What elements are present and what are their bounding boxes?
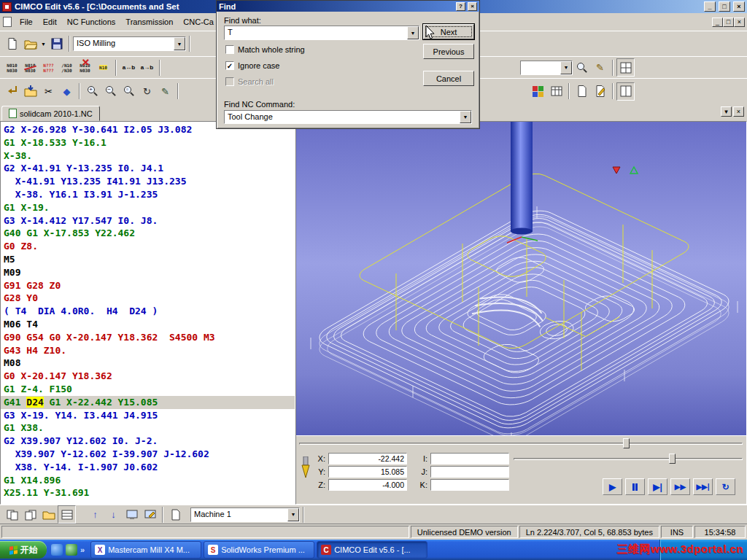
open-recent-dropdown[interactable]: ▼ [39, 35, 47, 53]
code-line[interactable]: X38. Y-14. I-1.907 J0.602 [1, 461, 295, 474]
code-line[interactable]: G90 G54 G0 X-20.147 Y18.362 S4500 M3 [1, 331, 295, 344]
window-layout-button[interactable] [616, 58, 635, 77]
quick-launch-icon[interactable] [51, 544, 63, 556]
insert-spaces-button[interactable]: a↔b [120, 58, 138, 77]
code-line[interactable]: X-41.91 Y13.235 I41.91 J13.235 [1, 175, 295, 188]
machine-select[interactable]: Machine 1 ▼ [190, 508, 300, 522]
chevron-expand-icon[interactable]: » [80, 545, 85, 554]
i-coordinate-field[interactable] [430, 453, 509, 464]
block-number-button[interactable]: N010N030 [3, 58, 21, 77]
block-number-button[interactable]: N010N030 [76, 58, 94, 77]
mark-text-button[interactable]: ✎ [591, 58, 609, 77]
step-button[interactable]: ▶| [648, 478, 667, 495]
code-line[interactable]: G0 X-20.147 Y18.362 [1, 370, 295, 383]
progress-slider[interactable] [299, 438, 743, 448]
statistics-button[interactable] [547, 82, 565, 101]
pane-close-button[interactable]: × [733, 106, 744, 117]
code-line[interactable]: G2 X-41.91 Y-13.235 I0. J4.1 [1, 162, 295, 175]
code-line[interactable]: M08 [1, 357, 295, 370]
new-file-button[interactable] [3, 35, 21, 53]
checkbox-check-icon[interactable]: ✓ [225, 61, 234, 70]
cut-button[interactable]: ✂ [39, 82, 58, 101]
block-number-button[interactable]: N10 [94, 58, 112, 77]
code-line[interactable]: G1 X14.896 [1, 474, 295, 487]
quick-find-combobox[interactable]: ▼ [520, 61, 573, 75]
block-number-button[interactable]: N010N030 [21, 58, 39, 77]
view-file-button[interactable] [573, 82, 591, 101]
code-line[interactable]: G1 X38. [1, 421, 295, 435]
code-line[interactable]: G3 X-19. Y14. I3.441 J4.915 [1, 409, 295, 422]
prev-window-button[interactable] [3, 505, 21, 524]
code-line[interactable]: X-38. [1, 149, 295, 163]
start-button[interactable]: 开始 [0, 541, 47, 559]
k-coordinate-field[interactable] [430, 479, 509, 491]
code-line[interactable]: X-38. Y16.1 I3.91 J-1.235 [1, 188, 295, 201]
code-line[interactable]: X39.907 Y-12.602 I-39.907 J-12.602 [1, 448, 295, 461]
tab-solidcam[interactable]: solidcam 2010-1.NC [1, 106, 100, 121]
menu-transmission[interactable]: Transmission [120, 15, 178, 29]
code-area[interactable]: G2 X-26.928 Y-30.641 I2.05 J3.082G1 X-18… [0, 121, 295, 505]
code-line[interactable]: G41 D24 G1 X-22.442 Y15.085 [1, 396, 295, 409]
nc-command-combobox[interactable]: Tool Change ▼ [224, 110, 472, 124]
dnc-setup-button[interactable] [141, 505, 159, 524]
taskbar-task-cimco[interactable]: CCIMCO Edit v5.6 - [... [317, 541, 427, 559]
code-line[interactable]: G43 H4 Z10. [1, 344, 295, 357]
chevron-down-icon[interactable]: ▼ [560, 61, 572, 74]
code-line[interactable]: M09 [1, 266, 295, 279]
open-dnc-button[interactable] [39, 505, 58, 524]
minimize-button[interactable]: _ [704, 1, 716, 12]
z-coordinate-field[interactable]: -4.000 [328, 479, 407, 491]
machine-log-button[interactable] [166, 505, 185, 524]
edit-file-button[interactable] [591, 82, 609, 101]
dnc-monitor-button[interactable] [123, 505, 141, 524]
goto-line-button[interactable] [3, 82, 21, 101]
chevron-down-icon[interactable]: ▼ [407, 26, 419, 39]
code-line[interactable]: G1 Z-4. F150 [1, 383, 295, 396]
play-button[interactable]: ▶ [603, 478, 622, 495]
checkbox-box[interactable] [225, 45, 234, 54]
match-whole-string-checkbox[interactable]: Match whole string [225, 45, 305, 54]
open-file-button[interactable] [21, 35, 39, 53]
send-button[interactable]: ↑ [86, 505, 104, 524]
cancel-button[interactable]: Cancel [423, 71, 474, 86]
code-line[interactable]: G2 X39.907 Y12.602 I0. J-2. [1, 435, 295, 448]
code-line[interactable]: M5 [1, 253, 295, 266]
code-line[interactable]: G0 Z8. [1, 240, 295, 253]
dialog-close-button[interactable]: × [468, 2, 477, 11]
y-coordinate-field[interactable]: 15.085 [328, 466, 407, 478]
document-icon[interactable] [3, 17, 12, 27]
x-coordinate-field[interactable]: -22.442 [328, 453, 407, 464]
quick-launch-icon[interactable] [66, 544, 77, 556]
menu-cnc-calc[interactable]: CNC-Ca [178, 15, 219, 29]
backplot-canvas[interactable] [296, 122, 747, 437]
fast-forward-button[interactable]: ▶▶ [670, 478, 690, 495]
progress-slider-thumb[interactable] [623, 438, 630, 448]
code-line[interactable]: ( T4 DIA 4.0R0. H4 D24 ) [1, 305, 295, 318]
zoom-out-button[interactable]: − [101, 82, 120, 101]
mdi-minimize-button[interactable]: _ [712, 18, 723, 27]
backplot-button[interactable] [529, 82, 547, 101]
menu-file[interactable]: File [15, 15, 38, 29]
zoom-window-button[interactable]: ▫ [120, 82, 138, 101]
maximize-button[interactable]: □ [719, 1, 730, 12]
save-button[interactable] [47, 35, 66, 53]
help-button[interactable]: ? [456, 2, 465, 11]
j-coordinate-field[interactable] [430, 466, 509, 478]
code-line[interactable]: G1 X-18.533 Y-16.1 [1, 136, 295, 149]
loop-button[interactable]: ↻ [716, 478, 735, 495]
code-line[interactable]: G91 G28 Z0 [1, 279, 295, 292]
next-button[interactable]: Next [423, 24, 474, 39]
code-line[interactable]: X25.11 Y-31.691 [1, 486, 295, 499]
remove-spaces-button[interactable]: a→b [138, 58, 156, 77]
file-type-select[interactable]: ISO Milling ▼ [73, 36, 186, 51]
chevron-down-icon[interactable]: ▼ [460, 111, 471, 123]
taskbar-task-solidworks[interactable]: SSolidWorks Premium ... [204, 541, 314, 559]
speed-slider[interactable] [514, 454, 743, 464]
taskbar-task-mastercam[interactable]: XMastercam Mill X4 M... [90, 541, 201, 559]
chevron-down-icon[interactable]: ▼ [174, 37, 185, 50]
queue-button[interactable] [58, 505, 76, 524]
receive-button[interactable]: ↓ [104, 505, 123, 524]
measure-button[interactable]: ✎ [156, 82, 174, 101]
code-line[interactable]: M06 T4 [1, 318, 295, 331]
run-to-end-button[interactable]: ▶▶| [693, 478, 713, 495]
